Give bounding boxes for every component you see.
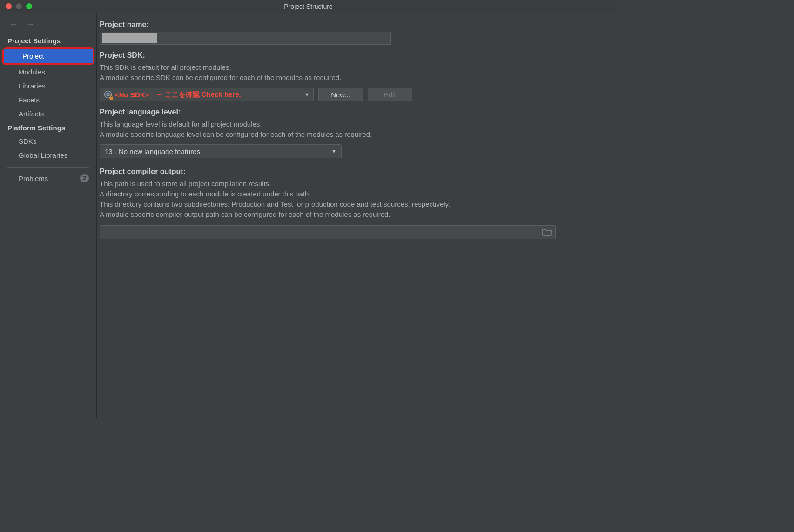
compiler-output-desc4: A module specific compiler output path c… — [100, 209, 614, 220]
edit-sdk-button-label: Edit — [384, 91, 396, 99]
platform-settings-header: Platform Settings — [0, 121, 96, 135]
body: ← → Project Settings Project Modules Lib… — [0, 13, 617, 418]
project-sdk-combo[interactable]: <No SDK> ← ここを確認 Check here. ▼ — [100, 88, 314, 101]
compiler-output-desc1: This path is used to store all project c… — [100, 179, 614, 189]
project-sdk-desc2: A module specific SDK can be configured … — [100, 73, 614, 83]
language-level-value: 13 - No new language features — [105, 148, 200, 155]
text-selection — [102, 33, 157, 43]
sidebar-divider — [7, 167, 89, 168]
project-name-label: Project name: — [100, 20, 614, 29]
project-name-input[interactable] — [100, 32, 391, 45]
lock-overlay-icon — [109, 95, 114, 100]
language-level-desc1: This language level is default for all p… — [100, 119, 614, 129]
folder-browse-icon[interactable] — [542, 228, 552, 237]
annotation-highlight-box: Project — [2, 47, 94, 65]
project-sdk-value: <No SDK> — [115, 91, 149, 99]
project-sdk-label: Project SDK: — [100, 51, 614, 60]
sidebar-item-project[interactable]: Project — [4, 49, 93, 63]
globe-icon — [104, 90, 112, 99]
compiler-output-label: Project compiler output: — [100, 168, 614, 176]
problems-label: Problems — [19, 175, 48, 182]
svg-rect-1 — [110, 97, 113, 100]
chevron-down-icon: ▼ — [304, 92, 310, 97]
project-structure-window: Project Structure ← → Project Settings P… — [0, 0, 617, 418]
annotation-text: ← ここを確認 Check here. — [155, 90, 241, 99]
new-sdk-button[interactable]: New... — [318, 88, 363, 101]
language-level-desc2: A module specific language level can be … — [100, 129, 614, 140]
nav-arrows: ← → — [0, 17, 96, 34]
sidebar-item-problems[interactable]: Problems 2 — [0, 172, 96, 184]
language-level-combo[interactable]: 13 - No new language features ▼ — [100, 144, 342, 158]
sidebar-item-libraries[interactable]: Libraries — [0, 79, 96, 93]
compiler-output-desc3: This directory contains two subdirectori… — [100, 199, 614, 209]
edit-sdk-button: Edit — [368, 88, 412, 101]
sidebar-item-facets[interactable]: Facets — [0, 93, 96, 107]
compiler-output-input[interactable] — [100, 225, 556, 239]
project-sdk-row: <No SDK> ← ここを確認 Check here. ▼ New... Ed… — [100, 88, 614, 101]
problems-count-badge: 2 — [80, 174, 89, 182]
new-sdk-button-label: New... — [331, 91, 350, 99]
sidebar-item-global-libraries[interactable]: Global Libraries — [0, 148, 96, 162]
sidebar-item-modules[interactable]: Modules — [0, 65, 96, 79]
content-panel: Project name: Project SDK: This SDK is d… — [97, 13, 617, 418]
sidebar: ← → Project Settings Project Modules Lib… — [0, 13, 97, 418]
project-settings-header: Project Settings — [0, 34, 96, 47]
back-arrow-icon[interactable]: ← — [9, 20, 18, 29]
language-level-label: Project language level: — [100, 108, 614, 116]
sidebar-item-sdks[interactable]: SDKs — [0, 135, 96, 148]
titlebar: Project Structure — [0, 0, 617, 13]
sidebar-item-artifacts[interactable]: Artifacts — [0, 107, 96, 121]
forward-arrow-icon[interactable]: → — [26, 20, 34, 29]
chevron-down-icon: ▼ — [331, 148, 336, 154]
window-title: Project Structure — [0, 3, 617, 10]
compiler-output-desc2: A directory corresponding to each module… — [100, 189, 614, 199]
project-sdk-desc1: This SDK is default for all project modu… — [100, 62, 614, 73]
